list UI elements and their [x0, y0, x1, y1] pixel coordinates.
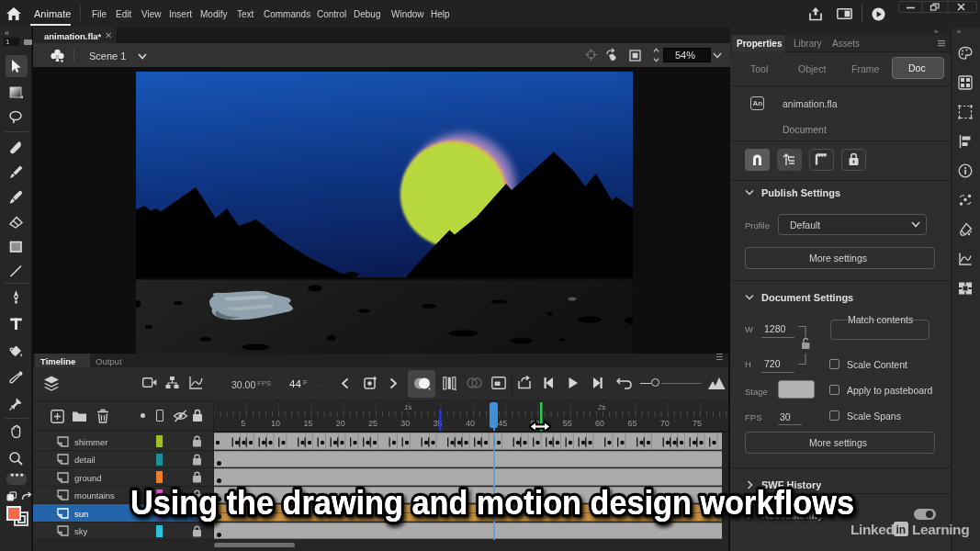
svg-text:25: 25 [368, 419, 377, 428]
svg-text:75: 75 [693, 419, 702, 428]
svg-text:15: 15 [303, 419, 312, 428]
svg-text:55: 55 [563, 419, 572, 428]
svg-text:40: 40 [466, 419, 475, 428]
svg-text:45: 45 [498, 419, 507, 428]
svg-text:60: 60 [595, 419, 604, 428]
svg-text:Using the drawing and motion d: Using the drawing and motion design work… [130, 483, 854, 522]
svg-text:2s: 2s [597, 403, 605, 411]
svg-text:65: 65 [627, 419, 636, 428]
svg-text:70: 70 [660, 419, 670, 428]
svg-text:5: 5 [241, 419, 245, 428]
svg-text:1s: 1s [404, 403, 411, 411]
svg-text:20: 20 [336, 419, 345, 428]
svg-text:30: 30 [400, 419, 410, 428]
svg-text:10: 10 [271, 419, 280, 428]
